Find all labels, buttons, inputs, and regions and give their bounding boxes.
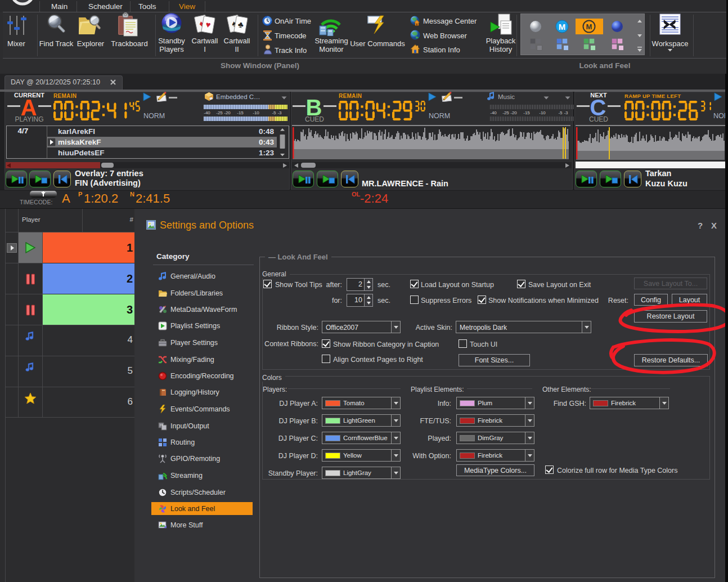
svg-text:M: M [586, 23, 592, 31]
svg-text:M: M [559, 22, 566, 32]
